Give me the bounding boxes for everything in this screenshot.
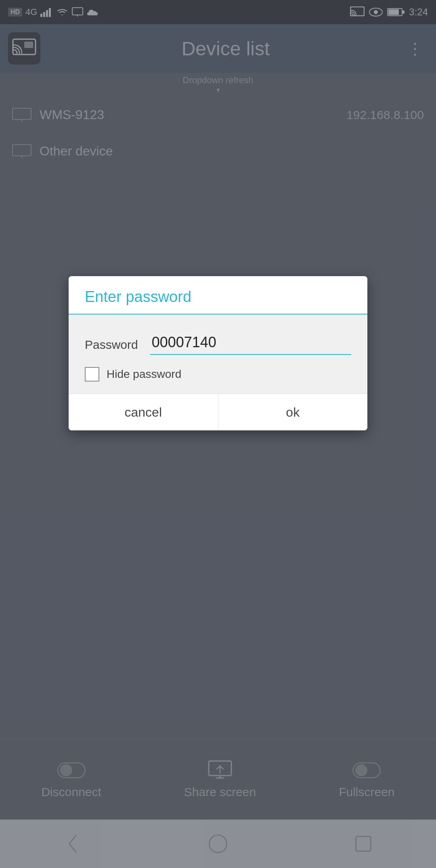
dialog-title: Enter password (85, 288, 351, 314)
dialog-buttons: cancel ok (69, 394, 367, 430)
ok-button[interactable]: ok (218, 394, 368, 430)
cancel-button[interactable]: cancel (69, 394, 218, 430)
password-row: Password (85, 331, 351, 355)
hide-password-label: Hide password (107, 368, 181, 381)
password-dialog: Enter password Password Hide password ca… (69, 276, 367, 430)
hide-password-checkbox[interactable] (85, 367, 99, 382)
password-input[interactable] (150, 331, 351, 355)
password-input-container (150, 331, 351, 355)
modal-overlay: Enter password Password Hide password ca… (0, 0, 436, 868)
hide-password-row: Hide password (85, 367, 351, 382)
dialog-title-bar: Enter password (69, 276, 367, 314)
password-label: Password (85, 338, 138, 355)
dialog-body: Password Hide password (69, 314, 367, 394)
